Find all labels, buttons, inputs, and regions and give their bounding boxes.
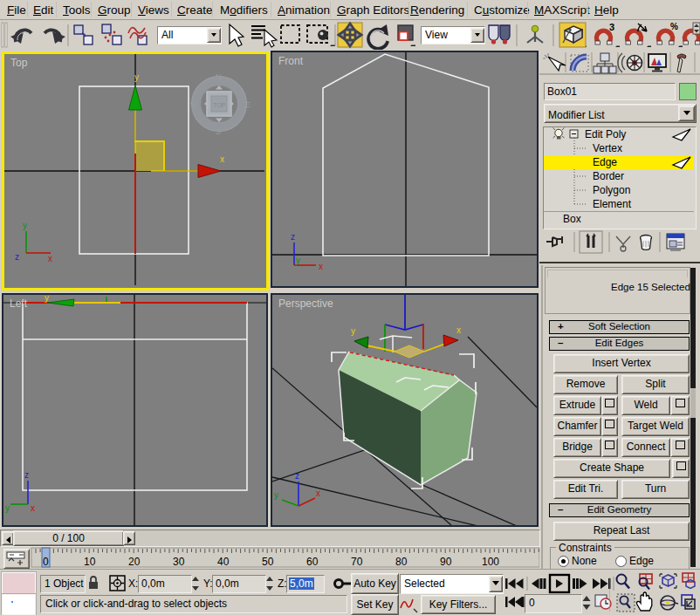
svg-text:y: y bbox=[274, 490, 278, 500]
svg-text:x: x bbox=[456, 325, 461, 335]
svg-text:y: y bbox=[351, 326, 355, 336]
svg-text:y: y bbox=[45, 293, 49, 303]
svg-text:y: y bbox=[5, 503, 10, 513]
svg-text:x: x bbox=[31, 503, 35, 513]
svg-text:z: z bbox=[15, 252, 19, 262]
svg-text:3: 3 bbox=[609, 22, 614, 32]
svg-text:x: x bbox=[316, 489, 320, 498]
svg-text:z: z bbox=[295, 471, 299, 481]
svg-text:x: x bbox=[220, 154, 224, 164]
svg-text:x: x bbox=[319, 262, 323, 271]
svg-text:x: x bbox=[48, 254, 52, 263]
svg-text:y: y bbox=[296, 256, 300, 265]
svg-text:N: N bbox=[216, 72, 222, 81]
svg-text:z: z bbox=[291, 232, 295, 242]
svg-text:y: y bbox=[23, 221, 27, 230]
svg-text:W: W bbox=[190, 100, 198, 109]
svg-text:S: S bbox=[216, 127, 221, 136]
svg-text:E: E bbox=[245, 100, 250, 109]
svg-text:z: z bbox=[24, 470, 29, 480]
svg-text:y: y bbox=[134, 72, 139, 82]
svg-text:%: % bbox=[670, 22, 678, 31]
svg-text:TOP: TOP bbox=[213, 102, 226, 108]
